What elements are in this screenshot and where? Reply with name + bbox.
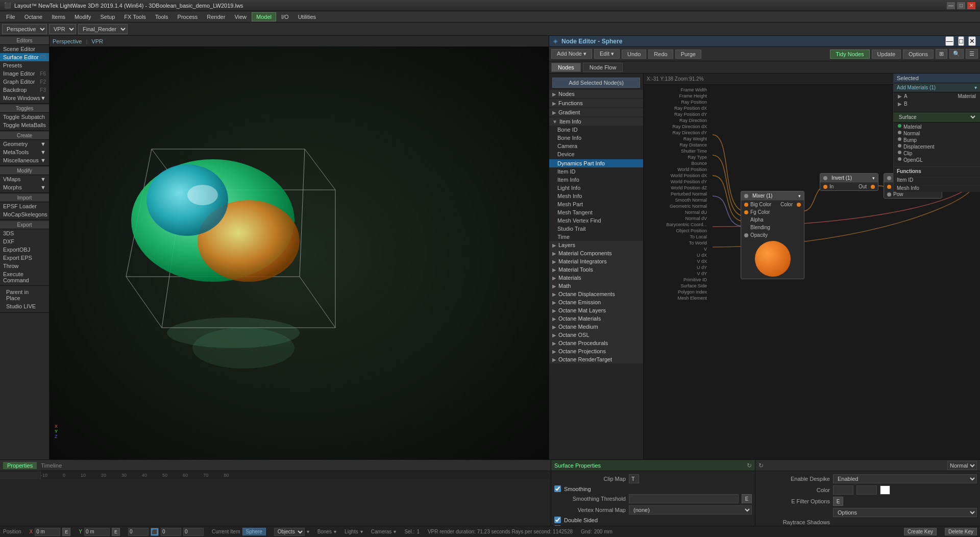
tree-gradient-header[interactable]: ▶ Gradient xyxy=(549,108,643,116)
tree-octosl-header[interactable]: ▶ Octane OSL xyxy=(549,331,643,339)
purge-button[interactable]: Purge xyxy=(675,50,701,59)
viewport-canvas[interactable]: X Y Z xyxy=(50,47,549,459)
smoothing-threshold-input[interactable]: 89.524655° xyxy=(629,494,739,503)
tree-boneid-item[interactable]: Bone ID xyxy=(549,126,643,134)
tree-meshinfo-item[interactable]: Mesh Info xyxy=(549,192,643,200)
close-button[interactable]: ✕ xyxy=(967,2,976,10)
y-input[interactable] xyxy=(84,528,110,536)
ne-close-btn[interactable]: ✕ xyxy=(968,36,976,46)
tree-lightinfo-item[interactable]: Light Info xyxy=(549,184,643,192)
color-r-input[interactable]: 255 xyxy=(833,485,853,495)
toggle-metaballs-item[interactable]: Toggle MetaBalls xyxy=(0,121,49,129)
properties-tab[interactable]: Properties xyxy=(3,462,37,469)
export-label[interactable]: Export xyxy=(0,221,49,229)
vmaps-item[interactable]: VMaps ▼ xyxy=(0,175,49,183)
tree-itemid-item[interactable]: Item ID xyxy=(549,167,643,176)
color-swatch[interactable] xyxy=(880,485,890,495)
geometry-item[interactable]: Geometry ▼ xyxy=(0,140,49,148)
menu-items[interactable]: Items xyxy=(47,13,69,21)
morphs-item[interactable]: Morphs ▼ xyxy=(0,183,49,191)
maximize-button[interactable]: □ xyxy=(957,2,966,10)
x-e-btn[interactable]: E xyxy=(62,528,70,536)
sp-surface-select[interactable]: Surface xyxy=(897,114,977,120)
menu-process[interactable]: Process xyxy=(174,13,202,21)
ne-icon-btn1[interactable]: ⊞ xyxy=(936,49,947,59)
presets-item[interactable]: Presets xyxy=(0,61,49,69)
surface-editor-item[interactable]: Surface Editor F5 xyxy=(0,53,49,61)
clipmap-input[interactable] xyxy=(629,474,639,483)
rbp-refresh-btn[interactable]: ↻ xyxy=(758,462,764,469)
tree-octdisplace-header[interactable]: ▶ Octane Displacements xyxy=(549,290,643,298)
execute-command-item[interactable]: Execute Command xyxy=(0,270,49,284)
tree-layers-header[interactable]: ▶ Layers xyxy=(549,241,643,249)
create-label[interactable]: Create xyxy=(0,132,49,140)
tree-dynamicspartinfo-item[interactable]: Dynamics Part Info xyxy=(549,159,643,167)
create-key-btn[interactable]: Create Key xyxy=(904,528,937,535)
smoothing-e-btn[interactable]: E xyxy=(742,494,752,503)
tree-matcomp-header[interactable]: ▶ Material Components xyxy=(549,249,643,257)
editors-label[interactable]: Editors xyxy=(0,37,49,45)
export-dxf-item[interactable]: DXF xyxy=(0,237,49,246)
add-node-button[interactable]: Add Node ▾ xyxy=(551,49,592,59)
add-selected-nodes-button[interactable]: Add Selected Node(s) xyxy=(552,78,640,88)
tree-functions-header[interactable]: ▶ Functions xyxy=(549,99,643,107)
export-3ds-item[interactable]: 3DS xyxy=(0,229,49,237)
minimize-button[interactable]: — xyxy=(946,2,955,10)
tree-meshtangent-item[interactable]: Mesh Tangent xyxy=(549,208,643,216)
frame-indicator[interactable]: ⬛ xyxy=(151,528,159,536)
tree-studiotrait-item[interactable]: Studio Trait xyxy=(549,225,643,233)
menu-view[interactable]: View xyxy=(230,13,251,21)
menu-io[interactable]: I/O xyxy=(277,13,293,21)
tree-device-item[interactable]: Device xyxy=(549,150,643,158)
tree-meshpart-item[interactable]: Mesh Part xyxy=(549,200,643,208)
frame-start-input[interactable] xyxy=(128,528,149,536)
tree-octemission-header[interactable]: ▶ Octane Emission xyxy=(549,298,643,306)
objects-select[interactable]: Objects xyxy=(274,528,305,536)
export-obj-item[interactable]: ExportOBJ xyxy=(0,246,49,254)
viewport-mode-select[interactable]: Perspective xyxy=(2,24,47,34)
y-e-btn[interactable]: E xyxy=(112,528,120,536)
tidy-nodes-button[interactable]: Tidy Nodes xyxy=(830,50,869,59)
ne-canvas[interactable]: X:-31 Y:138 Zoom:91.2% Frame Width Frame… xyxy=(644,74,980,459)
filter-options-select[interactable]: Options xyxy=(833,508,977,517)
tree-camera-item[interactable]: Camera xyxy=(549,142,643,150)
ne-minimize-btn[interactable]: — xyxy=(945,36,954,46)
tree-octmatlayers-header[interactable]: ▶ Octane Mat Layers xyxy=(549,306,643,314)
node-mixer[interactable]: Mixer (1) ▾ Big Color Color Fg Color Alp… xyxy=(741,191,804,279)
menu-model[interactable]: Model xyxy=(252,12,276,21)
studio-live-item[interactable]: Studio LIVE xyxy=(3,302,46,310)
more-windows-item[interactable]: More Windows ▼ xyxy=(0,94,49,102)
tab-node-flow[interactable]: Node Flow xyxy=(583,63,623,72)
menu-file[interactable]: File xyxy=(2,13,19,21)
menu-render[interactable]: Render xyxy=(203,13,229,21)
tree-octrendertarget-header[interactable]: ▶ Octane RenderTarget xyxy=(549,355,643,363)
redo-button[interactable]: Redo xyxy=(648,50,673,59)
tree-nodes-header[interactable]: ▶ Nodes xyxy=(549,90,643,98)
color-g-input[interactable]: 255 xyxy=(856,485,877,495)
mocap-item[interactable]: MoCapSkelegons xyxy=(0,210,49,218)
menu-tools[interactable]: Tools xyxy=(151,13,173,21)
renderer-select[interactable]: VPR xyxy=(49,24,76,34)
miscellaneous-item[interactable]: Miscellaneous ▼ xyxy=(0,156,49,164)
ne-icon-btn3[interactable]: ☰ xyxy=(966,49,978,59)
update-button[interactable]: Update xyxy=(872,50,901,59)
modify-label[interactable]: Modify xyxy=(0,167,49,175)
ne-maximize-btn[interactable]: □ xyxy=(958,36,964,46)
epsf-item[interactable]: EPSF Loader xyxy=(0,202,49,210)
throw-item[interactable]: Throw xyxy=(0,262,49,270)
edit-button[interactable]: Edit ▾ xyxy=(594,49,620,59)
menu-fxtools[interactable]: FX Tools xyxy=(120,13,150,21)
vertex-normal-select[interactable]: (none) xyxy=(629,505,752,515)
tree-iteminfo2-item[interactable]: Item Info xyxy=(549,176,643,184)
tree-time-item[interactable]: Time xyxy=(549,233,643,241)
menu-octane[interactable]: Octane xyxy=(20,13,46,21)
options-button[interactable]: Options xyxy=(903,50,934,59)
import-label[interactable]: Import xyxy=(0,194,49,202)
despike-select[interactable]: Enabled xyxy=(833,474,977,483)
tree-boneinfo-item[interactable]: Bone Info xyxy=(549,134,643,142)
menu-modify[interactable]: Modify xyxy=(70,13,95,21)
toggles-label[interactable]: Toggles xyxy=(0,105,49,113)
tree-meshvertexfind-item[interactable]: Mesh Vertex Find xyxy=(549,216,643,225)
backdrop-item[interactable]: Backdrop F3 xyxy=(0,86,49,94)
tree-octproj-header[interactable]: ▶ Octane Projections xyxy=(549,347,643,355)
